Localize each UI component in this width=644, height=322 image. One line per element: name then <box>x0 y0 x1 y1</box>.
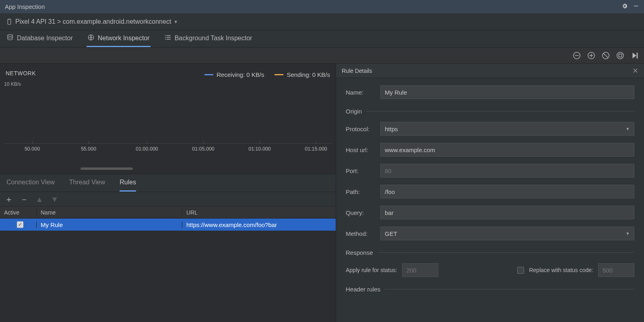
x-tick: 01:15.000 <box>305 146 327 152</box>
method-label: Method: <box>346 230 380 237</box>
protocol-label: Protocol: <box>346 126 380 132</box>
replace-status-label: Replace with status code: <box>529 267 593 273</box>
globe-icon <box>87 34 95 43</box>
svg-rect-6 <box>167 35 171 36</box>
x-tick: 55.000 <box>81 146 96 152</box>
legend-sending-label: Sending: 0 KB/s <box>287 71 330 78</box>
tab-background-task-inspector[interactable]: Background Task Inspector <box>163 30 253 47</box>
gear-icon[interactable] <box>621 3 628 10</box>
svg-rect-21 <box>637 52 638 58</box>
query-input[interactable] <box>380 206 634 219</box>
apply-status-input[interactable] <box>402 263 438 277</box>
svg-rect-8 <box>167 37 171 38</box>
details-title: Rule Details <box>342 68 372 74</box>
toolbar-row <box>0 47 644 64</box>
close-icon[interactable]: ✕ <box>632 66 638 75</box>
header-name[interactable]: Name <box>36 209 182 216</box>
move-down-button[interactable]: ▼ <box>51 195 59 203</box>
go-live-icon[interactable] <box>630 51 639 60</box>
header-active[interactable]: Active <box>0 209 36 216</box>
tab-rules[interactable]: Rules <box>120 174 136 192</box>
move-up-button[interactable]: ▲ <box>35 195 43 203</box>
chart-title: NETWORK <box>6 70 36 76</box>
row-name: My Rule <box>36 221 182 228</box>
inspector-tabs: Database Inspector Network Inspector Bac… <box>0 30 644 47</box>
fit-zoom-icon[interactable] <box>616 51 625 60</box>
port-label: Port: <box>346 167 380 174</box>
chart-x-axis: 50.000 55.000 01:00.000 01:05.000 01:10.… <box>4 143 332 163</box>
row-url: https://www.example.com/foo?bar <box>182 221 336 228</box>
tab-connection-view[interactable]: Connection View <box>6 174 55 192</box>
device-path-text: Pixel 4 API 31 > com.example.android.net… <box>15 18 171 25</box>
rules-table-header: Active Name URL <box>0 206 336 219</box>
divider <box>377 252 634 253</box>
x-tick: 50.000 <box>25 146 40 152</box>
x-tick: 01:00.000 <box>136 146 158 152</box>
path-input[interactable] <box>380 185 634 198</box>
receiving-swatch <box>204 74 213 75</box>
name-label: Name: <box>346 89 380 96</box>
details-header: Rule Details ✕ <box>336 64 644 78</box>
legend-sending: Sending: 0 KB/s <box>275 71 330 78</box>
rules-toolbar: ＋ － ▲ ▼ <box>0 192 336 206</box>
name-input[interactable] <box>380 85 634 99</box>
divider <box>366 111 634 111</box>
chevron-down-icon: ▼ <box>173 19 178 24</box>
replace-status-input[interactable] <box>598 263 634 277</box>
legend-receiving: Receiving: 0 KB/s <box>204 71 264 78</box>
response-section-label: Response <box>346 249 373 256</box>
x-tick: 01:05.000 <box>192 146 215 152</box>
chart-scrollbar[interactable] <box>4 167 332 171</box>
details-body: Name: Origin Protocol: https ▼ Host url:… <box>336 78 644 322</box>
chevron-down-icon: ▼ <box>625 231 630 236</box>
tab-network-inspector[interactable]: Network Inspector <box>87 30 151 47</box>
protocol-select[interactable]: https ▼ <box>380 122 634 136</box>
titlebar: App Inspection <box>0 0 644 13</box>
rules-table: Active Name URL ✓ My Rule https://www.ex… <box>0 206 336 322</box>
chart-legend: Receiving: 0 KB/s Sending: 0 KB/s <box>204 71 330 78</box>
hosturl-input[interactable] <box>380 143 634 157</box>
path-label: Path: <box>346 188 380 195</box>
replace-status-checkbox[interactable] <box>517 267 524 274</box>
chevron-down-icon: ▼ <box>625 126 630 131</box>
svg-marker-20 <box>633 52 636 58</box>
svg-rect-7 <box>165 37 166 38</box>
port-input[interactable] <box>380 164 634 178</box>
hosturl-label: Host url: <box>346 147 380 153</box>
reset-zoom-icon[interactable] <box>601 51 610 60</box>
tab-label: Database Inspector <box>17 35 73 42</box>
method-select[interactable]: GET ▼ <box>380 227 634 240</box>
database-icon <box>6 34 14 43</box>
table-row[interactable]: ✓ My Rule https://www.example.com/foo?ba… <box>0 219 336 231</box>
svg-rect-5 <box>165 35 166 36</box>
remove-rule-button[interactable]: － <box>20 195 28 203</box>
query-label: Query: <box>346 209 380 216</box>
zoom-in-icon[interactable] <box>587 51 596 60</box>
apply-status-label: Apply rule for status: <box>346 267 397 273</box>
tab-database-inspector[interactable]: Database Inspector <box>6 30 74 47</box>
active-checkbox[interactable]: ✓ <box>17 221 23 228</box>
svg-rect-19 <box>619 54 621 57</box>
x-tick: 01:10.000 <box>248 146 271 152</box>
svg-rect-9 <box>165 39 166 39</box>
header-rules-section-label: Header rules <box>346 286 380 293</box>
sending-swatch <box>275 74 283 75</box>
svg-rect-1 <box>8 19 11 25</box>
tab-thread-view[interactable]: Thread View <box>69 174 105 192</box>
subtabs: Connection View Thread View Rules <box>0 174 336 192</box>
minimize-icon[interactable] <box>633 3 639 10</box>
svg-point-3 <box>8 34 12 36</box>
origin-section-label: Origin <box>346 108 362 115</box>
add-rule-button[interactable]: ＋ <box>5 195 13 203</box>
device-bar: Pixel 4 API 31 > com.example.android.net… <box>0 13 644 30</box>
protocol-value: https <box>385 126 398 132</box>
header-url[interactable]: URL <box>182 209 336 216</box>
network-chart: NETWORK Receiving: 0 KB/s Sending: 0 KB/… <box>0 64 336 174</box>
svg-line-17 <box>604 53 608 58</box>
scrollbar-thumb[interactable] <box>80 167 133 170</box>
svg-rect-0 <box>634 6 638 6</box>
list-icon <box>164 34 171 43</box>
tab-label: Network Inspector <box>98 35 150 42</box>
zoom-out-icon[interactable] <box>572 51 581 60</box>
device-breadcrumb[interactable]: Pixel 4 API 31 > com.example.android.net… <box>6 18 178 25</box>
